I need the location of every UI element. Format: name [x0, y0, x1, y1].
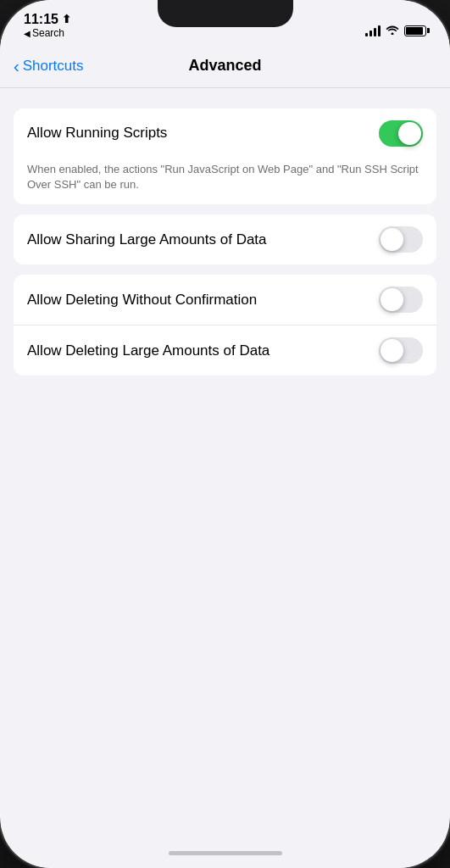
allow-deleting-large-label: Allow Deleting Large Amounts of Data: [27, 342, 379, 360]
time-display: 11:15: [24, 11, 58, 27]
row-allow-deleting-without-confirmation: Allow Deleting Without Confirmation: [14, 275, 436, 325]
allow-sharing-large-label: Allow Sharing Large Amounts of Data: [27, 231, 379, 249]
back-label: Shortcuts: [23, 58, 84, 75]
settings-content: Allow Running Scripts When enabled, the …: [0, 88, 450, 837]
toggle-knob: [381, 288, 403, 311]
status-left: 11:15 ⬆ ◀ Search: [24, 11, 71, 39]
toggle-knob: [398, 122, 421, 145]
allow-deleting-large-toggle[interactable]: [379, 337, 423, 364]
allow-deleting-without-confirmation-label: Allow Deleting Without Confirmation: [27, 291, 379, 309]
phone-frame: 11:15 ⬆ ◀ Search: [0, 0, 450, 868]
location-arrow-icon: ⬆: [62, 13, 71, 26]
screen: 11:15 ⬆ ◀ Search: [0, 0, 450, 868]
notch: [158, 0, 293, 27]
search-label: Search: [32, 27, 64, 39]
row-allow-deleting-large: Allow Deleting Large Amounts of Data: [14, 325, 436, 376]
nav-bar: ‹ Shortcuts Advanced: [0, 44, 450, 88]
page-title: Advanced: [188, 57, 261, 75]
battery-fill: [406, 27, 423, 35]
signal-icon: [365, 25, 381, 36]
toggle-knob: [381, 339, 403, 362]
toggle-knob: [381, 228, 403, 251]
battery-icon: [404, 25, 426, 36]
row-allow-running-scripts: Allow Running Scripts: [14, 108, 436, 159]
allow-deleting-without-confirmation-toggle[interactable]: [379, 287, 423, 313]
running-scripts-helper: When enabled, the actions "Run JavaScrip…: [14, 159, 436, 204]
allow-running-scripts-label: Allow Running Scripts: [27, 124, 379, 142]
signal-bar-4: [378, 25, 381, 36]
back-chevron-icon: ‹: [14, 58, 19, 75]
signal-bar-1: [365, 33, 368, 36]
allow-running-scripts-toggle[interactable]: [379, 120, 423, 147]
home-bar: [169, 851, 282, 855]
allow-sharing-large-toggle[interactable]: [379, 226, 423, 253]
card-running-scripts: Allow Running Scripts When enabled, the …: [14, 108, 436, 204]
status-search-row: ◀ Search: [24, 27, 64, 39]
card-deleting: Allow Deleting Without Confirmation Allo…: [14, 275, 436, 376]
back-button[interactable]: ‹ Shortcuts: [14, 58, 83, 75]
home-indicator: [0, 837, 450, 868]
signal-bar-3: [374, 28, 376, 36]
row-allow-sharing-large: Allow Sharing Large Amounts of Data: [14, 214, 436, 264]
back-triangle-icon: ◀: [24, 29, 31, 38]
signal-bar-2: [369, 31, 372, 36]
card-sharing-large: Allow Sharing Large Amounts of Data: [14, 214, 436, 264]
wifi-icon: [386, 24, 399, 37]
status-icons: [365, 24, 426, 39]
status-time: 11:15 ⬆: [24, 11, 71, 27]
